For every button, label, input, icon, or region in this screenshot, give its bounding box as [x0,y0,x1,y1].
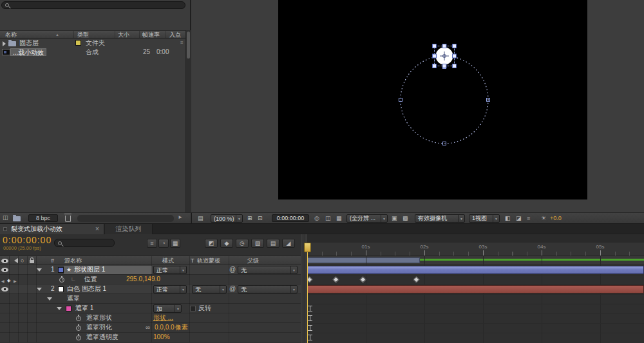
mask-color-swatch[interactable] [66,306,71,311]
keyframe[interactable] [413,277,420,283]
mask-visibility-icon[interactable]: ⊡ [258,215,263,221]
project-row-folder[interactable]: 固态层 文件夹 ≡ [0,39,185,48]
scrollbar-thumb[interactable] [187,32,190,59]
mask-mode-select[interactable]: 加 [153,304,182,313]
project-row-comp[interactable]: ...载小动效 合成 25 0:00 [0,48,185,57]
brainstorm-button[interactable]: ▧ [251,239,264,248]
current-time-indicator-handle[interactable] [304,243,311,252]
exposure-value[interactable]: +0.0 [550,215,562,221]
mask-opacity-row[interactable]: 遮罩透明度 100% [0,333,301,342]
item-name-selected[interactable]: ...载小动效 [10,48,46,56]
property-value[interactable]: 0.0,0.0 [155,323,175,332]
parent-pickwhip-icon[interactable]: @ [229,284,236,293]
property-value-link[interactable]: 形状 ... [153,313,173,322]
timeline-search-box[interactable] [54,239,115,247]
camera-select[interactable]: 有效摄像机 [415,214,465,223]
layer-label-swatch[interactable] [58,286,64,292]
group-name[interactable]: 遮罩 [67,294,80,303]
snapshot-icon[interactable]: ◎ [314,215,319,221]
layer-name[interactable]: 形状图层 1 [74,265,105,274]
keyframe[interactable] [360,277,366,283]
comp-mini-flowchart-button[interactable]: ≡ [147,239,157,248]
constrain-link-icon[interactable]: ∞ [146,323,150,332]
property-name[interactable]: 遮罩羽化 [86,323,112,332]
stopwatch-icon[interactable] [76,316,81,321]
tab-render-queue[interactable]: 渲染队列 [105,224,153,234]
expand-icon[interactable] [3,41,6,46]
layer2-duration-bar[interactable] [307,285,644,293]
layer-visibility-toggle[interactable] [1,268,8,272]
parent-select[interactable]: 无 [238,285,298,293]
stopwatch-icon[interactable] [76,335,81,340]
show-channels-icon[interactable]: ▦ [336,215,342,221]
roi-icon[interactable]: ▣ [392,215,397,221]
layer-label-swatch[interactable] [58,267,64,273]
project-hscrollbar[interactable] [77,215,174,222]
show-snapshot-icon[interactable]: ◫ [325,215,331,221]
project-flowchart-icon[interactable]: ◫ [3,214,8,221]
project-search-input[interactable] [12,2,180,8]
fast-previews-icon[interactable]: ◪ [516,215,522,221]
column-trkmat-label[interactable]: 轨道蒙板 [197,256,220,265]
property-name[interactable]: 遮罩透明度 [86,333,118,342]
layer-visibility-toggle[interactable] [1,287,8,292]
preview-time-button[interactable]: 0:00:00:00 [272,214,309,222]
column-parent-label[interactable]: 父级 [247,256,259,265]
keyframe[interactable] [307,277,312,283]
layer-name[interactable]: 白色 固态层 1 [67,284,106,293]
stopwatch-icon[interactable] [59,277,64,283]
graph-include-icon[interactable]: ∟ [71,275,76,284]
auto-keyframe-button[interactable]: ▤ [267,239,279,248]
column-source-name-label[interactable]: 源名称 [64,256,82,265]
tab-close-icon[interactable]: × [95,224,99,234]
exposure-sun-icon[interactable]: ☀ [541,215,546,221]
mini-flowchart-icon[interactable]: ≡ [527,215,530,221]
property-name[interactable]: 遮罩形状 [86,313,112,322]
parent-pickwhip-icon[interactable]: @ [229,265,236,274]
project-column-header[interactable]: 名称 ▲ 类型 大小 帧速率 入点 [0,30,185,39]
property-name[interactable]: 位置 [84,275,97,284]
hide-shy-layers-button[interactable]: ◩ [205,239,218,248]
layer-row-2[interactable]: 2 白色 固态层 1 正常 无 @ 无 [0,284,301,294]
position-property-row[interactable]: ◀ ◆ ▶ ∟ 位置 295.0,149.0 [0,275,301,284]
item-name[interactable]: 固态层 [19,39,39,48]
layer1-duration-bar[interactable] [307,266,644,274]
mask-group-row[interactable]: 遮罩 [0,294,301,304]
pixel-aspect-icon[interactable]: ◧ [505,215,511,221]
zoom-select[interactable]: (100 %) [211,214,243,223]
time-ruler[interactable]: 0s 01s 02s 03s 04s 05s [307,243,644,255]
group-expand-toggle[interactable] [47,297,52,301]
mask-row[interactable]: 遮罩 1 加 反转 [0,304,301,313]
composition-canvas[interactable] [278,0,587,199]
motion-blur-button[interactable]: ◷ [236,239,249,248]
tab-composition[interactable]: 裂变式加载小动效 × [0,224,104,234]
work-area-bar[interactable] [307,257,420,263]
layer-expand-toggle[interactable] [37,268,42,272]
bpc-button[interactable]: 8 bpc [28,214,58,222]
column-mode-label[interactable]: 模式 [162,256,174,265]
mask-feather-row[interactable]: 遮罩羽化 ∞ 0.0,0.0 像素 [0,323,301,333]
mode-select[interactable]: 正常 [153,285,187,293]
resolution-select[interactable]: (全分辨 ... [346,214,388,223]
project-search-box[interactable] [1,1,185,9]
mask-name[interactable]: 遮罩 1 [75,304,93,313]
parent-select[interactable]: 无 [238,266,298,274]
property-value[interactable]: 295.0,149.0 [126,275,160,284]
mode-select[interactable]: 正常 [153,266,187,274]
label-swatch[interactable] [75,40,81,46]
layer-row-1[interactable]: 1 ★ 形状图层 1 正常 @ 无 [0,265,301,275]
frame-blending-button[interactable]: ▦ [170,239,180,248]
layer-expand-toggle[interactable] [37,288,42,291]
graph-editor-button[interactable]: ◢ [282,239,295,248]
view-layout-select[interactable]: 1视图 [469,214,500,223]
shy-layers-button[interactable]: ◔ [158,239,169,248]
invert-checkbox[interactable] [190,306,196,311]
timeline-search-input[interactable] [65,240,111,246]
mask-path-row[interactable]: 遮罩形状 形状 ... [0,313,301,323]
mask-expand-toggle[interactable] [57,307,62,310]
transparency-grid-icon[interactable]: ▩ [402,215,408,221]
frame-blend-master-button[interactable]: ◆ [220,239,233,248]
property-value[interactable]: 100% [153,333,170,342]
scroll-right-button[interactable]: ► [178,214,183,220]
trkmat-select[interactable]: 无 [192,285,227,293]
